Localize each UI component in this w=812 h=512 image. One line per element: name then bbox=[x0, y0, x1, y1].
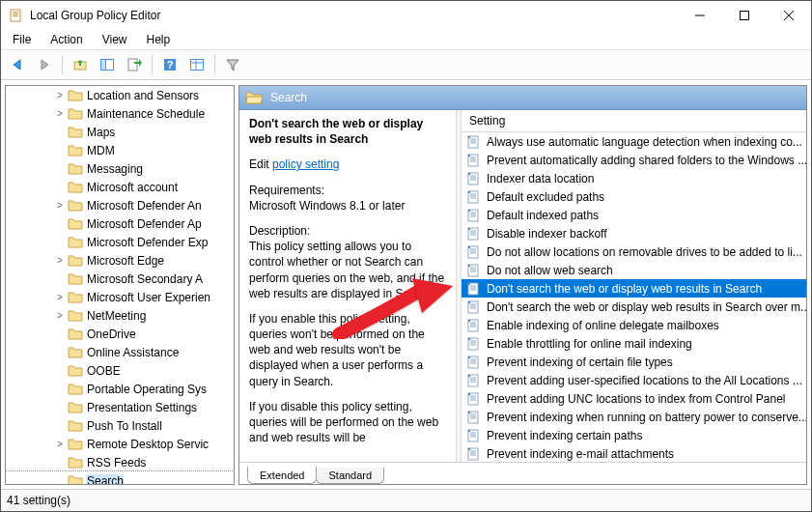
close-button[interactable] bbox=[767, 1, 811, 30]
tree-item[interactable]: Microsoft Secondary A bbox=[6, 270, 234, 288]
window-title: Local Group Policy Editor bbox=[30, 9, 678, 22]
policy-icon bbox=[465, 226, 481, 242]
setting-row[interactable]: Enable indexing of online delegate mailb… bbox=[462, 316, 806, 334]
tree-item[interactable]: Search bbox=[6, 471, 234, 484]
tree-scroll[interactable]: >Location and Sensors>Maintenance Schedu… bbox=[6, 86, 234, 484]
setting-row[interactable]: Default excluded paths bbox=[462, 187, 806, 206]
description-p1: This policy setting allows you to contro… bbox=[249, 239, 446, 301]
tree-item-label: Microsoft Edge bbox=[87, 254, 164, 268]
export-button[interactable] bbox=[122, 52, 147, 77]
list-header-setting[interactable]: Setting bbox=[462, 110, 806, 132]
menu-help[interactable]: Help bbox=[137, 31, 181, 48]
tree-item[interactable]: MDM bbox=[6, 141, 234, 159]
forward-button[interactable] bbox=[32, 52, 57, 77]
tree-item[interactable]: >Microsoft Defender An bbox=[6, 196, 234, 214]
edit-policy-link[interactable]: policy setting bbox=[272, 157, 339, 171]
setting-row[interactable]: Prevent adding user-specified locations … bbox=[462, 371, 806, 389]
setting-row[interactable]: Don't search the web or display web resu… bbox=[462, 279, 806, 298]
expander-icon[interactable]: > bbox=[52, 439, 68, 449]
tree-item[interactable]: >Microsoft User Experien bbox=[6, 288, 234, 306]
svg-rect-3 bbox=[13, 15, 18, 16]
tab-standard[interactable]: Standard bbox=[316, 468, 384, 484]
expander-icon[interactable]: > bbox=[52, 255, 68, 266]
svg-rect-1 bbox=[13, 12, 18, 13]
tree-item[interactable]: >Maintenance Schedule bbox=[6, 104, 234, 123]
setting-label: Prevent indexing e-mail attachments bbox=[487, 447, 674, 461]
show-hide-tree-button[interactable] bbox=[95, 52, 120, 77]
expander-icon[interactable]: > bbox=[52, 310, 68, 321]
menu-action[interactable]: Action bbox=[41, 31, 92, 48]
list-body[interactable]: Always use automatic language detection … bbox=[462, 132, 806, 462]
svg-point-56 bbox=[468, 264, 470, 266]
tree-item[interactable]: RSS Feeds bbox=[6, 453, 234, 471]
tree-item[interactable]: >Location and Sensors bbox=[6, 86, 234, 104]
setting-row[interactable]: Do not allow locations on removable driv… bbox=[462, 242, 806, 261]
setting-label: Default indexed paths bbox=[487, 209, 599, 222]
setting-row[interactable]: Don't search the web or display web resu… bbox=[462, 298, 806, 316]
folder-icon bbox=[68, 456, 83, 469]
view-tabs: Extended Standard bbox=[239, 462, 806, 484]
back-button[interactable] bbox=[5, 52, 30, 77]
tree-item[interactable]: OneDrive bbox=[6, 325, 234, 343]
folder-icon bbox=[68, 291, 83, 304]
expander-icon[interactable]: > bbox=[52, 108, 68, 119]
folder-icon bbox=[68, 236, 83, 249]
setting-row[interactable]: Do not allow web search bbox=[462, 261, 806, 279]
tree-item[interactable]: >Remote Desktop Servic bbox=[6, 435, 234, 453]
policy-icon bbox=[465, 189, 481, 205]
setting-label: Do not allow web search bbox=[487, 264, 613, 277]
filter-button[interactable] bbox=[220, 52, 245, 77]
minimize-button[interactable] bbox=[678, 1, 722, 30]
tree-item[interactable]: >Microsoft Edge bbox=[6, 251, 234, 270]
tree-item-label: Portable Operating Sys bbox=[87, 383, 207, 396]
setting-label: Prevent adding UNC locations to index fr… bbox=[487, 392, 786, 406]
up-folder-button[interactable] bbox=[68, 52, 93, 77]
setting-row[interactable]: Prevent indexing of certain file types bbox=[462, 353, 806, 371]
setting-row[interactable]: Prevent indexing certain paths bbox=[462, 426, 806, 444]
maximize-button[interactable] bbox=[722, 1, 767, 30]
tree-item[interactable]: >NetMeeting bbox=[6, 306, 234, 325]
tree-item[interactable]: Portable Operating Sys bbox=[6, 380, 234, 398]
tree-item[interactable]: Maps bbox=[6, 123, 234, 141]
help-button[interactable]: ? bbox=[157, 52, 182, 77]
setting-row[interactable]: Default indexed paths bbox=[462, 206, 806, 224]
tree-item[interactable]: Microsoft account bbox=[6, 178, 234, 196]
tree-item[interactable]: Online Assistance bbox=[6, 343, 234, 361]
policy-icon bbox=[465, 446, 481, 462]
settings-list: Setting Always use automatic language de… bbox=[462, 110, 806, 462]
folder-icon bbox=[68, 107, 83, 121]
tab-extended[interactable]: Extended bbox=[247, 467, 317, 484]
tree-pane: >Location and Sensors>Maintenance Schedu… bbox=[5, 85, 235, 485]
setting-row[interactable]: Prevent indexing e-mail attachments bbox=[462, 444, 806, 462]
tree-item[interactable]: Push To Install bbox=[6, 416, 234, 435]
setting-label: Default excluded paths bbox=[487, 190, 604, 204]
folder-icon bbox=[68, 419, 83, 433]
setting-row[interactable]: Indexer data location bbox=[462, 169, 806, 187]
setting-row[interactable]: Prevent adding UNC locations to index fr… bbox=[462, 389, 806, 408]
expander-icon[interactable]: > bbox=[52, 292, 68, 302]
tree-item[interactable]: Presentation Settings bbox=[6, 398, 234, 416]
folder-icon bbox=[68, 364, 83, 378]
edit-prefix: Edit bbox=[249, 157, 272, 171]
tree-item[interactable]: Microsoft Defender Exp bbox=[6, 233, 234, 251]
tree-item[interactable]: Messaging bbox=[6, 159, 234, 178]
menu-view[interactable]: View bbox=[93, 31, 137, 48]
folder-icon bbox=[68, 401, 83, 414]
setting-label: Don't search the web or display web resu… bbox=[487, 300, 806, 314]
description-label: Description: bbox=[249, 223, 446, 239]
tree-item[interactable]: OOBE bbox=[6, 361, 234, 380]
setting-row[interactable]: Prevent indexing when running on battery… bbox=[462, 408, 806, 426]
setting-row[interactable]: Enable throttling for online mail indexi… bbox=[462, 334, 806, 353]
properties-button[interactable] bbox=[184, 52, 210, 77]
setting-label: Prevent indexing of certain file types bbox=[487, 356, 673, 369]
expander-icon[interactable]: > bbox=[52, 90, 68, 100]
svg-point-26 bbox=[468, 154, 470, 156]
setting-row[interactable]: Disable indexer backoff bbox=[462, 224, 806, 242]
menu-file[interactable]: File bbox=[3, 31, 41, 48]
svg-point-71 bbox=[468, 319, 470, 321]
policy-icon bbox=[465, 318, 481, 333]
tree-item[interactable]: Microsoft Defender Ap bbox=[6, 214, 234, 233]
expander-icon[interactable]: > bbox=[52, 200, 68, 211]
setting-row[interactable]: Prevent automatically adding shared fold… bbox=[462, 151, 806, 169]
setting-row[interactable]: Always use automatic language detection … bbox=[462, 132, 806, 151]
